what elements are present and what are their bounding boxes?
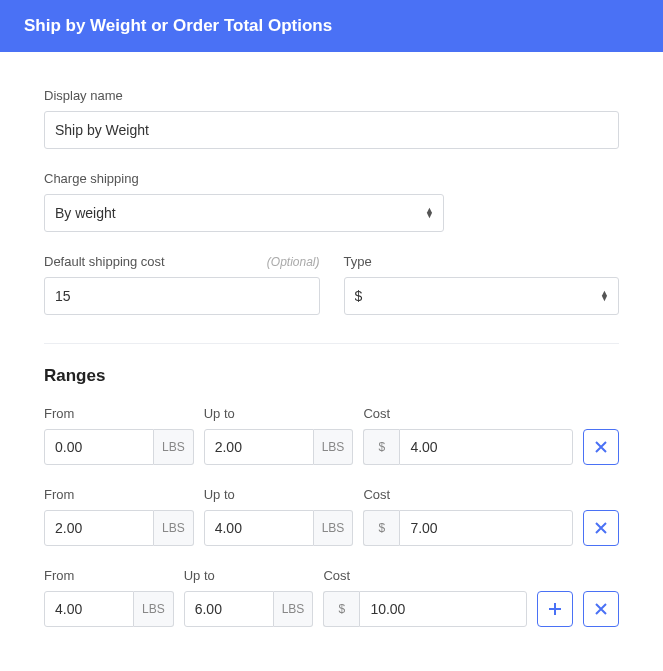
range-row: From LBS Up to LBS Cost $ bbox=[44, 406, 619, 465]
unit-label: LBS bbox=[274, 591, 314, 627]
charge-shipping-label: Charge shipping bbox=[44, 171, 139, 186]
cost-input[interactable] bbox=[399, 510, 573, 546]
remove-range-button[interactable] bbox=[583, 510, 619, 546]
cost-input[interactable] bbox=[399, 429, 573, 465]
upto-input[interactable] bbox=[204, 429, 314, 465]
charge-shipping-select[interactable] bbox=[44, 194, 444, 232]
remove-range-button[interactable] bbox=[583, 591, 619, 627]
close-icon bbox=[594, 602, 608, 616]
currency-label: $ bbox=[363, 429, 399, 465]
range-row: From LBS Up to LBS Cost $ bbox=[44, 487, 619, 546]
unit-label: LBS bbox=[154, 510, 194, 546]
range-row: From LBS Up to LBS Cost $ bbox=[44, 568, 619, 627]
dialog-header: Ship by Weight or Order Total Options bbox=[0, 0, 663, 52]
type-label: Type bbox=[344, 254, 372, 269]
dialog-title: Ship by Weight or Order Total Options bbox=[24, 16, 332, 35]
unit-label: LBS bbox=[134, 591, 174, 627]
cost-input[interactable] bbox=[359, 591, 527, 627]
upto-input[interactable] bbox=[184, 591, 274, 627]
close-icon bbox=[594, 521, 608, 535]
dialog-body: Display name Charge shipping ▲▼ Default … bbox=[0, 52, 663, 669]
display-name-input[interactable] bbox=[44, 111, 619, 149]
plus-icon bbox=[548, 602, 562, 616]
display-name-field: Display name bbox=[44, 88, 619, 149]
cost-label: Cost bbox=[363, 406, 390, 421]
from-label: From bbox=[44, 487, 74, 502]
default-cost-input[interactable] bbox=[44, 277, 320, 315]
unit-label: LBS bbox=[154, 429, 194, 465]
currency-label: $ bbox=[323, 591, 359, 627]
remove-range-button[interactable] bbox=[583, 429, 619, 465]
currency-label: $ bbox=[363, 510, 399, 546]
type-select[interactable] bbox=[344, 277, 620, 315]
upto-input[interactable] bbox=[204, 510, 314, 546]
display-name-label: Display name bbox=[44, 88, 123, 103]
from-input[interactable] bbox=[44, 429, 154, 465]
cost-label: Cost bbox=[363, 487, 390, 502]
from-label: From bbox=[44, 406, 74, 421]
from-label: From bbox=[44, 568, 74, 583]
unit-label: LBS bbox=[314, 429, 354, 465]
add-range-button[interactable] bbox=[537, 591, 573, 627]
upto-label: Up to bbox=[204, 487, 235, 502]
unit-label: LBS bbox=[314, 510, 354, 546]
type-field: Type ▲▼ bbox=[344, 254, 620, 315]
default-cost-optional: (Optional) bbox=[267, 255, 320, 269]
close-icon bbox=[594, 440, 608, 454]
cost-label: Cost bbox=[323, 568, 350, 583]
charge-shipping-field: Charge shipping ▲▼ bbox=[44, 171, 444, 232]
from-input[interactable] bbox=[44, 510, 154, 546]
divider bbox=[44, 343, 619, 344]
upto-label: Up to bbox=[204, 406, 235, 421]
default-cost-field: Default shipping cost (Optional) bbox=[44, 254, 320, 315]
default-cost-label: Default shipping cost bbox=[44, 254, 165, 269]
upto-label: Up to bbox=[184, 568, 215, 583]
ranges-title: Ranges bbox=[44, 366, 619, 386]
from-input[interactable] bbox=[44, 591, 134, 627]
